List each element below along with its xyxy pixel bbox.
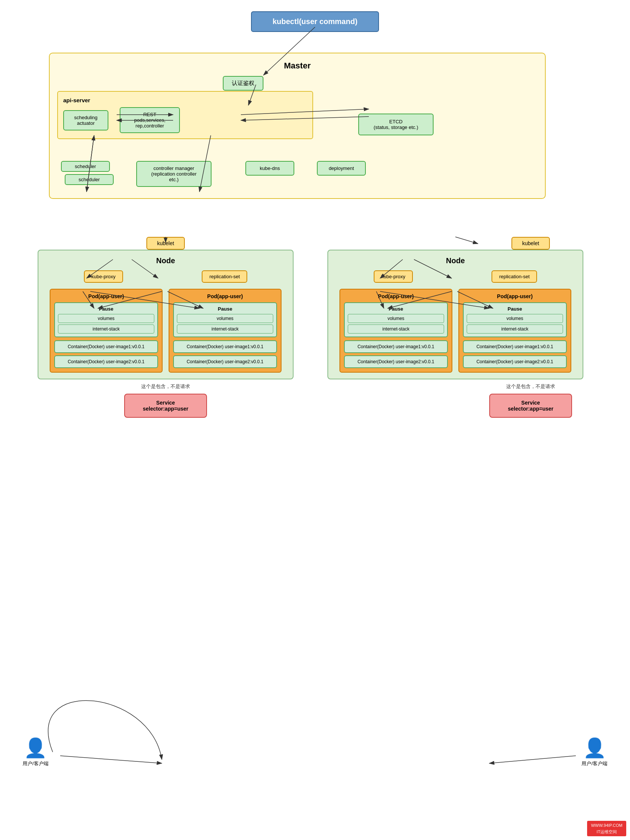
node2-pod1-pause-title: Pause [348,306,444,312]
node2-pod1-internet-stack: internet-stack [348,325,444,333]
node2-pod2-container1-label: Container(Docker) user-image1:v0.0.1 [476,344,553,349]
node2-title: Node [334,256,576,265]
node2-replication-set-label: replication-set [499,274,530,279]
node2-pod2-pause-title: Pause [467,306,563,312]
user-right: 👤 用户/客户端 [581,737,608,767]
scheduler-inner-box: scheduler [65,174,114,185]
user-left: 👤 用户/客户端 [22,737,49,767]
node2-kube-proxy-label: kube-proxy [381,274,405,279]
node1-kube-proxy-label: kube-proxy [92,274,116,279]
node2-service-box: Service selector:app=user [489,394,572,418]
node1-pod2-pause-box: Pause volumes internet-stack [173,302,277,337]
watermark-url: WWW.94IP.COM [591,822,622,829]
node2-pod2-title: Pod(app-user) [463,293,567,299]
node2-column: kubelet Node kube-proxy replication-set … [328,237,583,418]
node1-pod1-container2-label: Container(Docker) user-image2:v0.0.1 [68,359,144,364]
deployment-box: deployment [317,161,366,175]
node1-pod1-container1-label: Container(Docker) user-image1:v0.0.1 [68,344,144,349]
node2-pod1-container1: Container(Docker) user-image1:v0.0.1 [344,340,448,353]
node1-pod2-container2-label: Container(Docker) user-image2:v0.0.1 [187,359,263,364]
master-title: Master [57,61,537,71]
user-right-icon: 👤 [581,737,608,759]
node1-pod2-internet-stack: internet-stack [177,325,273,333]
node1-replication-set-box: replication-set [202,270,247,283]
node2-kube-proxy-box: kube-proxy [374,270,413,283]
node1-pod1-pause-title: Pause [58,306,154,312]
rest-label: RESTpods,services,rep,controller [134,112,165,129]
node1-pod1-internet-stack: internet-stack [58,325,154,333]
scheduler-outer-label: scheduler [75,164,96,169]
kubectl-box: kubectl(user command) [251,11,379,32]
node1-pod1-pause-box: Pause volumes internet-stack [54,302,158,337]
node1-kubelet-box: kubelet [146,237,184,249]
user-right-label: 用户/客户端 [581,760,608,767]
node1-pod1-container1: Container(Docker) user-image1:v0.0.1 [54,340,158,353]
node2-pod1-container1-label: Container(Docker) user-image1:v0.0.1 [358,344,434,349]
auth-label: 认证鉴权 [232,80,255,86]
watermark: WWW.94IP.COM IT运维空间 [587,821,626,836]
svg-line-25 [60,756,162,763]
kube-dns-box: kube-dns [245,161,294,175]
node1-service-box: Service selector:app=user [124,394,207,418]
node2-pod1-volumes: volumes [348,314,444,323]
node1-pod1-container2: Container(Docker) user-image2:v0.0.1 [54,355,158,368]
deployment-label: deployment [329,166,354,171]
diagram-wrapper: kubectl(user command) Master 认证鉴权 api-se… [0,0,630,840]
node1-pod1-volumes: volumes [58,314,154,323]
node1-replication-set-label: replication-set [209,274,240,279]
node2-kubelet-box: kubelet [511,237,549,249]
scheduling-actuator-label: schedulingactuator [74,115,98,126]
master-zone: Master 认证鉴权 api-server schedulingactuato… [49,53,546,199]
scheduler-outer-box: scheduler [61,161,110,172]
node1-pod1: Pod(app-user) Pause volumes internet-sta… [50,289,163,373]
node2-pod2-volumes: volumes [467,314,563,323]
node2-pod1: Pod(app-user) Pause volumes internet-sta… [339,289,453,373]
node1-pod2: Pod(app-user) Pause volumes internet-sta… [169,289,282,373]
scheduling-actuator-box: schedulingactuator [63,110,108,131]
node2-kubelet-label: kubelet [522,240,539,246]
node1-service-label: Service selector:app=user [143,400,188,412]
node1-pod2-title: Pod(app-user) [173,293,277,299]
node1-pod2-pause-title: Pause [177,306,273,312]
node2-pod1-container2: Container(Docker) user-image2:v0.0.1 [344,355,448,368]
node1-note: 这个是包含，不是请求 [141,383,190,390]
kubectl-label: kubectl(user command) [272,17,358,25]
node1-pod2-volumes: volumes [177,314,273,323]
svg-line-26 [489,756,576,763]
node1-column: kubelet Node kube-proxy replication-set … [38,237,294,418]
node1-pod2-container1-label: Container(Docker) user-image1:v0.0.1 [187,344,263,349]
kube-dns-label: kube-dns [260,166,280,171]
node1-container: Node kube-proxy replication-set Pod(app-… [38,249,294,379]
node2-pod2-internet-stack: internet-stack [467,325,563,333]
node1-title: Node [44,256,287,265]
api-server-title: api-server [63,97,307,103]
api-server-zone: api-server schedulingactuator RESTpods,s… [57,91,313,139]
controller-manager-box: controller manager(replication controlle… [136,161,212,187]
node1-pod2-container1: Container(Docker) user-image1:v0.0.1 [173,340,277,353]
auth-box: 认证鉴权 [223,76,263,91]
etcd-box: ETCD(status, storage etc.) [358,114,434,135]
node1-kube-proxy-box: kube-proxy [84,270,123,283]
node2-pod2: Pod(app-user) Pause volumes internet-sta… [458,289,571,373]
etcd-label: ETCD(status, storage etc.) [374,119,418,130]
node2-pod1-title: Pod(app-user) [344,293,448,299]
node2-pod2-container2-label: Container(Docker) user-image2:v0.0.1 [476,359,553,364]
node2-pod1-pause-box: Pause volumes internet-stack [344,302,448,337]
node2-note: 这个是包含，不是请求 [506,383,555,390]
node1-kubelet-label: kubelet [157,240,174,246]
rest-box: RESTpods,services,rep,controller [120,107,180,133]
watermark-label: IT运维空间 [591,829,622,835]
scheduler-inner-label: scheduler [79,177,100,182]
node2-service-label: Service selector:app=user [508,400,554,412]
node2-pod1-container2-label: Container(Docker) user-image2:v0.0.1 [358,359,434,364]
node2-container: Node kube-proxy replication-set Pod(app-… [328,249,583,379]
node2-pod2-pause-box: Pause volumes internet-stack [463,302,567,337]
node2-pod2-container1: Container(Docker) user-image1:v0.0.1 [463,340,567,353]
node2-replication-set-box: replication-set [492,270,537,283]
node2-pod2-container2: Container(Docker) user-image2:v0.0.1 [463,355,567,368]
controller-manager-label: controller manager(replication controlle… [151,166,197,182]
node1-pod1-title: Pod(app-user) [54,293,158,299]
user-left-icon: 👤 [22,737,49,759]
node1-pod2-container2: Container(Docker) user-image2:v0.0.1 [173,355,277,368]
user-left-label: 用户/客户端 [22,760,49,767]
